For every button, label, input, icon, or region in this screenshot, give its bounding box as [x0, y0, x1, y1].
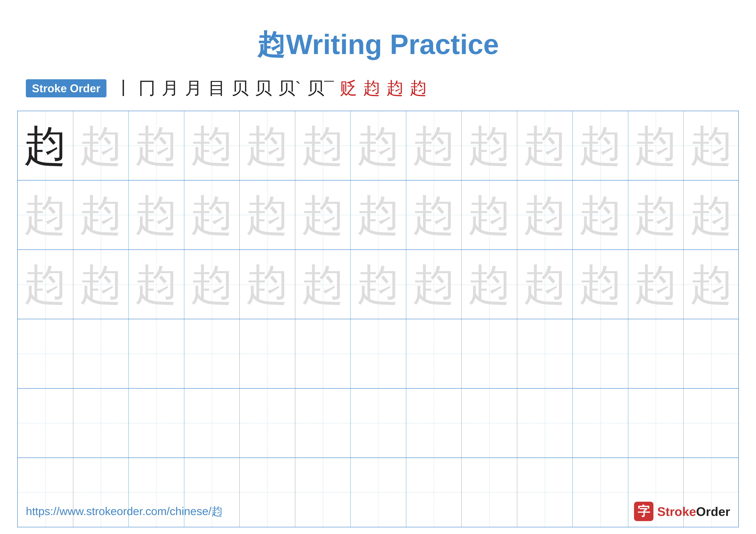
- cell-2-5: 赹: [240, 181, 295, 249]
- cell-3-11: 赹: [573, 250, 628, 319]
- cell-2-7: 赹: [351, 181, 406, 249]
- cell-5-13[interactable]: [684, 389, 739, 458]
- page-title: 赹 Writing Practice: [0, 0, 756, 64]
- practice-grid: 赹 赹 赹 赹 赹 赹 赹 赹 赹 赹 赹 赹 赹 赹 赹 赹 赹 赹 赹 赹 …: [17, 111, 739, 527]
- grid-row-2: 赹 赹 赹 赹 赹 赹 赹 赹 赹 赹 赹 赹 赹: [18, 181, 738, 250]
- stroke-6: 贝: [231, 77, 249, 100]
- cell-3-3: 赹: [129, 250, 184, 319]
- cell-2-4: 赹: [184, 181, 240, 249]
- stroke-11: 赹: [363, 77, 380, 100]
- cell-2-9: 赹: [462, 181, 517, 249]
- cell-3-10: 赹: [517, 250, 573, 319]
- cell-4-7[interactable]: [351, 319, 406, 388]
- cell-3-9: 赹: [462, 250, 517, 319]
- stroke-order-badge: Stroke Order: [26, 79, 106, 97]
- cell-4-5[interactable]: [240, 319, 295, 388]
- stroke-10: 贬: [340, 77, 357, 100]
- cell-4-3[interactable]: [129, 319, 184, 388]
- stroke-sequence: 丨 冂 月 月 目 贝 贝 贝` 贝¯ 贬 赹 赹 赹: [115, 77, 427, 100]
- cell-5-10[interactable]: [517, 389, 573, 458]
- cell-4-12[interactable]: [628, 319, 684, 388]
- cell-2-1: 赹: [18, 181, 73, 249]
- cell-3-7: 赹: [351, 250, 406, 319]
- stroke-7: 贝: [255, 77, 272, 100]
- cell-2-12: 赹: [628, 181, 684, 249]
- cell-1-6: 赹: [295, 111, 351, 180]
- cell-3-1: 赹: [18, 250, 73, 319]
- grid-row-1: 赹 赹 赹 赹 赹 赹 赹 赹 赹 赹 赹 赹 赹: [18, 111, 738, 181]
- cell-1-11: 赹: [573, 111, 628, 180]
- title-chinese: 赹: [257, 29, 285, 60]
- grid-row-3: 赹 赹 赹 赹 赹 赹 赹 赹 赹 赹 赹 赹 赹: [18, 250, 738, 319]
- stroke-3: 月: [162, 77, 179, 100]
- cell-5-3[interactable]: [129, 389, 184, 458]
- cell-3-6: 赹: [295, 250, 351, 319]
- cell-3-13: 赹: [684, 250, 739, 319]
- cell-5-7[interactable]: [351, 389, 406, 458]
- cell-4-4[interactable]: [184, 319, 240, 388]
- cell-5-8[interactable]: [406, 389, 462, 458]
- footer-url[interactable]: https://www.strokeorder.com/chinese/赹: [26, 504, 223, 519]
- footer-logo-text: StrokeOrder: [657, 504, 730, 519]
- cell-3-12: 赹: [628, 250, 684, 319]
- stroke-13: 赹: [410, 77, 427, 100]
- cell-2-13: 赹: [684, 181, 739, 249]
- cell-5-4[interactable]: [184, 389, 240, 458]
- cell-1-8: 赹: [406, 111, 462, 180]
- cell-1-10: 赹: [517, 111, 573, 180]
- footer-logo: 字 StrokeOrder: [634, 502, 730, 521]
- cell-5-5[interactable]: [240, 389, 295, 458]
- cell-3-4: 赹: [184, 250, 240, 319]
- cell-5-9[interactable]: [462, 389, 517, 458]
- stroke-9: 贝¯: [307, 77, 334, 100]
- cell-4-10[interactable]: [517, 319, 573, 388]
- cell-1-4: 赹: [184, 111, 240, 180]
- strokeorder-logo-icon: 字: [634, 502, 653, 521]
- title-english: Writing Practice: [286, 29, 499, 60]
- stroke-2: 冂: [138, 77, 156, 100]
- cell-5-1[interactable]: [18, 389, 73, 458]
- cell-5-11[interactable]: [573, 389, 628, 458]
- cell-5-12[interactable]: [628, 389, 684, 458]
- cell-3-5: 赹: [240, 250, 295, 319]
- cell-4-9[interactable]: [462, 319, 517, 388]
- cell-1-5: 赹: [240, 111, 295, 180]
- cell-5-6[interactable]: [295, 389, 351, 458]
- cell-4-6[interactable]: [295, 319, 351, 388]
- stroke-1: 丨: [115, 77, 132, 100]
- cell-1-13: 赹: [684, 111, 739, 180]
- grid-row-4: [18, 319, 738, 389]
- cell-1-9: 赹: [462, 111, 517, 180]
- cell-1-2: 赹: [73, 111, 129, 180]
- grid-row-5: [18, 389, 738, 458]
- cell-1-3: 赹: [129, 111, 184, 180]
- cell-2-11: 赹: [573, 181, 628, 249]
- stroke-12: 赹: [387, 77, 404, 100]
- cell-5-2[interactable]: [73, 389, 129, 458]
- cell-1-1: 赹: [18, 111, 73, 180]
- cell-4-2[interactable]: [73, 319, 129, 388]
- footer: https://www.strokeorder.com/chinese/赹 字 …: [26, 502, 730, 521]
- cell-2-3: 赹: [129, 181, 184, 249]
- cell-1-7: 赹: [351, 111, 406, 180]
- stroke-4: 月: [185, 77, 202, 100]
- cell-4-8[interactable]: [406, 319, 462, 388]
- cell-2-10: 赹: [517, 181, 573, 249]
- cell-2-8: 赹: [406, 181, 462, 249]
- cell-4-1[interactable]: [18, 319, 73, 388]
- stroke-order-section: Stroke Order 丨 冂 月 月 目 贝 贝 贝` 贝¯ 贬 赹 赹 赹: [0, 77, 756, 100]
- cell-4-13[interactable]: [684, 319, 739, 388]
- stroke-8: 贝`: [278, 77, 301, 100]
- stroke-5: 目: [208, 77, 226, 100]
- cell-2-2: 赹: [73, 181, 129, 249]
- cell-3-2: 赹: [73, 250, 129, 319]
- cell-2-6: 赹: [295, 181, 351, 249]
- cell-4-11[interactable]: [573, 319, 628, 388]
- cell-1-12: 赹: [628, 111, 684, 180]
- cell-3-8: 赹: [406, 250, 462, 319]
